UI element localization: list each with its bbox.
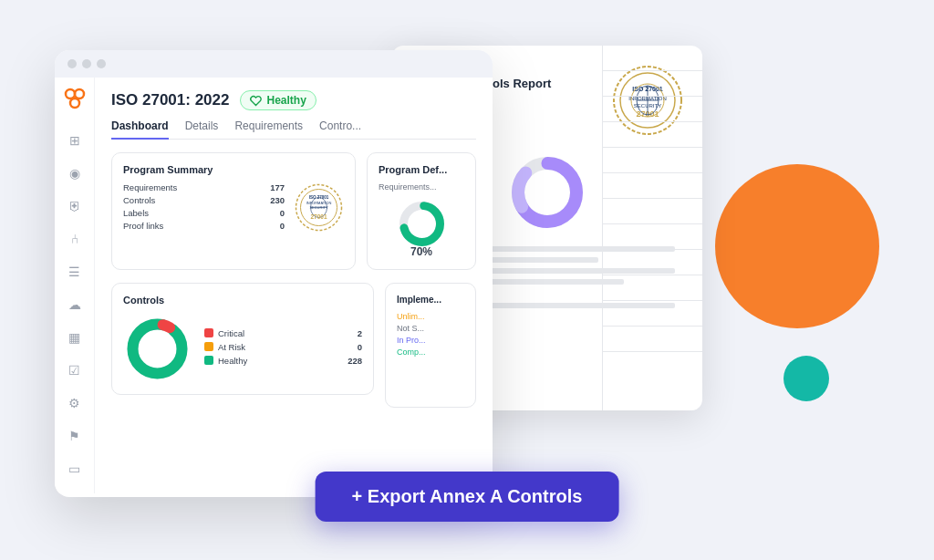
healthy-badge-label: Healthy bbox=[266, 94, 306, 107]
summary-row-proof: Proof links 0 bbox=[123, 221, 285, 231]
program-summary-title: Program Summary bbox=[123, 164, 344, 175]
report-donut-chart bbox=[506, 151, 588, 233]
summary-content: Requirements 177 Controls 230 Labels 0 bbox=[123, 182, 344, 233]
svg-point-15 bbox=[70, 99, 79, 108]
sidebar-icon-document[interactable]: ☰ bbox=[67, 264, 83, 280]
svg-text:27001: 27001 bbox=[310, 213, 327, 220]
bg-teal-circle bbox=[784, 356, 829, 401]
sidebar-icon-flag[interactable]: ⚑ bbox=[67, 428, 83, 444]
legend-label-healthy: Healthy bbox=[218, 356, 247, 366]
sidebar-icon-users[interactable]: ⚙ bbox=[67, 395, 83, 411]
sidebar-icon-box[interactable]: ▭ bbox=[67, 461, 83, 477]
program-def-card: Program Def... Requirements... 70% bbox=[367, 152, 476, 270]
legend-value-healthy: 228 bbox=[348, 356, 362, 366]
impl-item-complete: Comp... bbox=[397, 347, 464, 357]
summary-row-labels: Labels 0 bbox=[123, 208, 285, 218]
program-def-donut-area: 70% bbox=[379, 199, 464, 258]
legend-label-critical: Critical bbox=[218, 328, 244, 338]
legend-healthy: Healthy 228 bbox=[204, 356, 362, 366]
export-button-label: + Export Annex A Controls bbox=[352, 486, 583, 507]
browser-window: ⊞ ◉ ⛨ ⑃ ☰ ☁ ▦ ☑ ⚙ ⚑ ▭ ISO 27001: 2022 He… bbox=[55, 50, 493, 497]
program-def-donut bbox=[397, 199, 447, 249]
impl-item-not-started: Not S... bbox=[397, 324, 464, 333]
report-table-area bbox=[602, 46, 702, 410]
bg-orange-circle bbox=[715, 164, 879, 328]
app-sidebar: ⊞ ◉ ⛨ ⑃ ☰ ☁ ▦ ☑ ⚙ ⚑ ▭ bbox=[55, 78, 95, 493]
iso-badge-small: ISO 27001 INFORMATION SECURITY 27001 bbox=[294, 182, 344, 233]
summary-row-controls: Controls 230 bbox=[123, 195, 285, 205]
program-def-percent: 70% bbox=[410, 245, 432, 258]
browser-titlebar bbox=[55, 50, 493, 78]
svg-point-14 bbox=[75, 89, 84, 99]
tab-dashboard[interactable]: Dashboard bbox=[111, 119, 169, 140]
sidebar-icon-branch[interactable]: ⑃ bbox=[67, 231, 83, 247]
tab-details[interactable]: Details bbox=[185, 119, 219, 139]
export-button[interactable]: + Export Annex A Controls bbox=[316, 472, 619, 522]
window-dot-3 bbox=[97, 59, 106, 68]
legend-value-atrisk: 0 bbox=[358, 342, 362, 352]
window-dot-2 bbox=[82, 59, 91, 68]
controls-card: Controls Critical bbox=[111, 283, 374, 395]
sidebar-icon-shield[interactable]: ⛨ bbox=[67, 198, 83, 214]
legend-dot-critical bbox=[204, 328, 213, 337]
sidebar-icon-cloud[interactable]: ☁ bbox=[67, 296, 83, 313]
top-cards-row: Program Summary Requirements 177 Control… bbox=[111, 152, 476, 270]
summary-value-labels: 0 bbox=[280, 208, 285, 218]
controls-donut bbox=[123, 315, 192, 383]
summary-label-requirements: Requirements bbox=[123, 182, 177, 192]
summary-value-requirements: 177 bbox=[270, 182, 285, 192]
app-logo bbox=[63, 87, 87, 110]
tab-controls[interactable]: Contro... bbox=[319, 119, 361, 139]
summary-label-labels: Labels bbox=[123, 208, 149, 218]
summary-value-controls: 230 bbox=[270, 195, 285, 205]
page-header: ISO 27001: 2022 Healthy bbox=[111, 90, 476, 110]
sidebar-icon-grid[interactable]: ⊞ bbox=[67, 132, 83, 149]
page-title: ISO 27001: 2022 bbox=[111, 91, 229, 109]
summary-table: Requirements 177 Controls 230 Labels 0 bbox=[123, 182, 285, 233]
legend-critical: Critical 2 bbox=[204, 328, 362, 338]
impl-item-in-progress: In Pro... bbox=[397, 336, 464, 345]
legend-dot-healthy bbox=[204, 356, 213, 365]
program-summary-card: Program Summary Requirements 177 Control… bbox=[111, 152, 356, 270]
tab-bar: Dashboard Details Requirements Contro... bbox=[111, 119, 476, 140]
legend-value-critical: 2 bbox=[358, 328, 362, 338]
svg-point-27 bbox=[133, 324, 182, 373]
window-dot-1 bbox=[67, 59, 77, 68]
sidebar-icon-chart[interactable]: ▦ bbox=[67, 329, 83, 346]
program-def-title: Program Def... bbox=[379, 164, 464, 175]
summary-label-controls: Controls bbox=[123, 195, 155, 205]
legend-atrisk: At Risk 0 bbox=[204, 342, 362, 352]
implementation-card: Impleme... Unlim... Not S... In Pro... C… bbox=[385, 283, 476, 408]
summary-row-requirements: Requirements 177 bbox=[123, 182, 285, 192]
legend-label-atrisk: At Risk bbox=[218, 342, 245, 352]
program-def-requirements: Requirements... bbox=[379, 182, 464, 192]
controls-title: Controls bbox=[123, 295, 362, 306]
healthy-badge: Healthy bbox=[240, 90, 316, 110]
heart-icon bbox=[250, 95, 262, 107]
summary-label-proof: Proof links bbox=[123, 221, 163, 231]
impl-title: Impleme... bbox=[397, 295, 464, 305]
summary-value-proof: 0 bbox=[280, 221, 285, 231]
sidebar-icon-file[interactable]: ☑ bbox=[67, 362, 83, 379]
sidebar-icon-eye[interactable]: ◉ bbox=[67, 165, 83, 181]
main-content: ISO 27001: 2022 Healthy Dashboard Detail… bbox=[95, 78, 493, 493]
bottom-cards-row: Controls Critical bbox=[111, 283, 476, 408]
controls-legend: Critical 2 At Risk 0 Healthy bbox=[204, 328, 362, 369]
svg-point-13 bbox=[66, 89, 75, 99]
impl-item-unlimited: Unlim... bbox=[397, 312, 464, 321]
legend-dot-atrisk bbox=[204, 342, 213, 351]
controls-content: Critical 2 At Risk 0 Healthy bbox=[123, 315, 362, 383]
tab-requirements[interactable]: Requirements bbox=[234, 119, 303, 139]
